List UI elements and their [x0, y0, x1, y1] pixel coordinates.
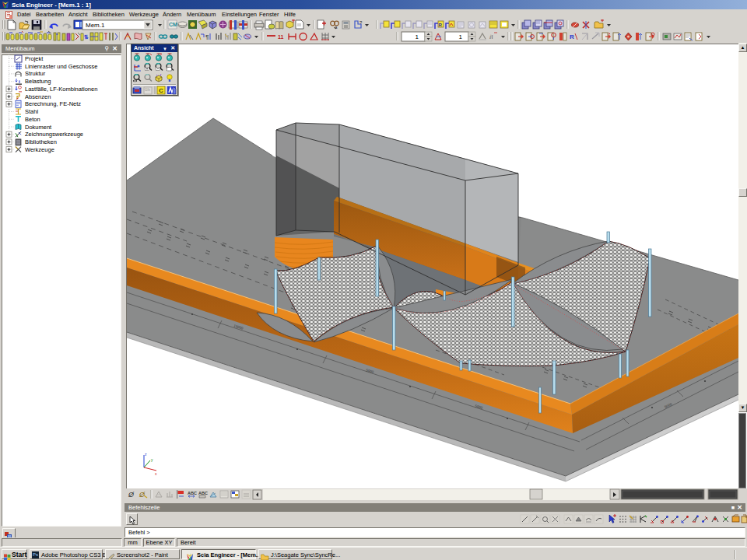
svg-text:Beton: Beton — [25, 116, 40, 123]
svg-text:11: 11 — [278, 34, 284, 40]
svg-text:ABC: ABC — [188, 491, 197, 495]
svg-text:R: R — [439, 23, 443, 27]
svg-text:Werkzeuge: Werkzeuge — [25, 146, 54, 153]
svg-text:Absenzen: Absenzen — [25, 93, 51, 100]
svg-text:R: R — [570, 33, 574, 40]
svg-text:Bibliotheken: Bibliotheken — [25, 138, 57, 145]
svg-text:Gfx: Gfx — [145, 88, 151, 92]
svg-text:Projekt: Projekt — [25, 55, 44, 62]
svg-text:1: 1 — [416, 33, 419, 40]
svg-text:?: ? — [359, 20, 363, 25]
svg-text:⇅: ⇅ — [83, 34, 89, 40]
svg-text:CM: CM — [169, 22, 177, 27]
svg-text:x: x — [155, 471, 157, 476]
svg-text:Belastung: Belastung — [25, 78, 51, 85]
svg-text:ⅈⅠ: ⅈⅠ — [489, 34, 493, 40]
svg-text:Ø: Ø — [128, 491, 135, 499]
svg-text:1: 1 — [459, 33, 463, 40]
svg-text:Dokument: Dokument — [25, 124, 52, 131]
svg-text:C: C — [159, 87, 163, 94]
svg-text:Stahl: Stahl — [25, 108, 38, 115]
svg-text:Linienraster und Geschosse: Linienraster und Geschosse — [25, 63, 97, 70]
svg-text:Struktur: Struktur — [25, 70, 46, 77]
svg-text:Ø: Ø — [139, 491, 146, 499]
svg-text:ABC: ABC — [198, 491, 208, 495]
svg-text:¶: ¶ — [205, 33, 209, 40]
svg-text:Berechnung, FE-Netz: Berechnung, FE-Netz — [25, 100, 81, 107]
svg-text:Zeichnungswerkzeuge: Zeichnungswerkzeuge — [25, 131, 83, 138]
svg-text:Mem.1: Mem.1 — [86, 22, 105, 29]
svg-text:y: y — [151, 457, 153, 462]
svg-text:Lastfälle, LF-Kombinationen: Lastfälle, LF-Kombinationen — [25, 86, 97, 93]
svg-text:z: z — [145, 452, 147, 457]
